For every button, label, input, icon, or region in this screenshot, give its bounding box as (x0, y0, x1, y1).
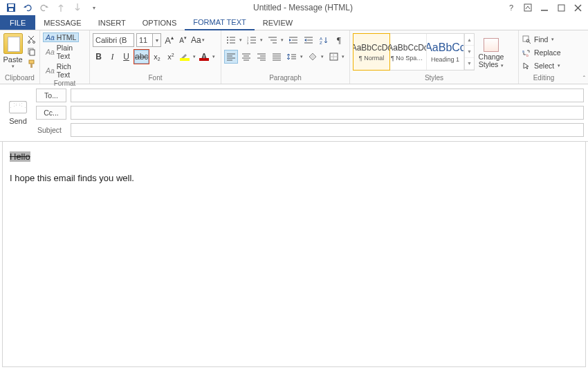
style-no-spacing[interactable]: AaBbCcDc ¶ No Spac... (389, 34, 427, 70)
next-item-icon[interactable] (72, 2, 83, 13)
font-color-dropdown-icon[interactable]: ▾ (212, 54, 215, 59)
font-size-combo[interactable]: 11 (137, 34, 152, 46)
increase-indent-button[interactable] (302, 33, 315, 47)
select-button[interactable]: Select ▾ (522, 59, 560, 71)
undo-icon[interactable] (22, 2, 33, 13)
style-normal[interactable]: AaBbCcDc ¶ Normal (353, 33, 390, 71)
align-center-button[interactable] (239, 50, 253, 64)
underline-button[interactable]: U (120, 50, 132, 64)
numbering-button[interactable]: 123 (245, 33, 259, 47)
italic-button[interactable]: I (107, 50, 118, 64)
align-left-button[interactable] (224, 50, 238, 64)
font-size-dropdown-icon[interactable]: ▾ (152, 34, 160, 46)
body-line-1[interactable]: Hello (10, 151, 30, 162)
format-painter-icon[interactable] (26, 59, 37, 69)
paste-button[interactable]: Paste ▾ (3, 32, 23, 69)
change-case-button[interactable]: Aa▾ (191, 33, 205, 47)
align-justify-button[interactable] (270, 50, 284, 64)
svg-rect-15 (30, 64, 33, 68)
ribbon-display-icon[interactable] (523, 3, 533, 12)
shrink-font-icon[interactable]: A▾ (177, 33, 189, 47)
select-dropdown-icon[interactable]: ▾ (558, 63, 560, 68)
copy-icon[interactable] (26, 46, 37, 57)
tab-options[interactable]: OPTIONS (134, 15, 185, 30)
style-heading-1[interactable]: AaBbCc Heading 1 (427, 34, 464, 70)
gallery-down-icon[interactable]: ▼ (465, 46, 474, 57)
line-spacing-button[interactable] (285, 50, 299, 64)
replace-label: Replace (534, 48, 561, 57)
find-label: Find (534, 35, 548, 44)
bold-button[interactable]: B (93, 50, 104, 64)
group-label-clipboard: Clipboard (3, 74, 37, 84)
align-right-button[interactable] (255, 50, 268, 64)
window-title: Untitled - Message (HTML) (100, 3, 506, 12)
style-name-label: Heading 1 (428, 56, 462, 63)
highlight-dropdown-icon[interactable]: ▾ (193, 54, 196, 59)
cc-field[interactable] (71, 106, 584, 120)
to-button[interactable]: To... (36, 89, 66, 102)
tab-format-text[interactable]: FORMAT TEXT (185, 15, 254, 30)
subscript-button[interactable]: x2 (151, 50, 163, 64)
show-marks-button[interactable]: ¶ (332, 33, 346, 47)
svg-rect-61 (523, 36, 529, 41)
group-clipboard: Paste ▾ Clipboard (0, 30, 40, 84)
group-label-editing: Editing (522, 74, 566, 84)
message-body[interactable]: Hello I hope this email finds you well. (2, 142, 586, 367)
cc-button[interactable]: Cc... (36, 106, 66, 120)
svg-text:3: 3 (247, 41, 249, 44)
ribbon: Paste ▾ Clipboard AaHTML AaPlain Text Aa… (0, 30, 588, 84)
font-name-combo[interactable]: Calibri (B (93, 33, 134, 47)
find-dropdown-icon[interactable]: ▾ (551, 37, 554, 42)
format-html-button[interactable]: AaHTML (43, 32, 79, 42)
redo-icon[interactable] (39, 2, 50, 13)
decrease-indent-button[interactable] (286, 33, 300, 47)
previous-item-icon[interactable] (55, 2, 66, 13)
multilevel-list-button[interactable] (266, 33, 279, 47)
minimize-icon[interactable] (540, 3, 549, 12)
tab-message[interactable]: MESSAGE (35, 15, 89, 30)
subject-label: Subject (36, 126, 66, 134)
svg-rect-13 (30, 50, 35, 55)
send-button[interactable]: Send (0, 84, 36, 141)
superscript-button[interactable]: x2 (165, 50, 176, 64)
style-name-label: ¶ Normal (355, 55, 388, 62)
tab-file[interactable]: FILE (0, 15, 35, 30)
borders-button[interactable] (327, 50, 340, 64)
paste-dropdown-icon[interactable]: ▾ (12, 64, 15, 69)
find-button[interactable]: Find ▾ (522, 33, 554, 45)
font-color-button[interactable]: A (198, 50, 210, 64)
change-styles-button[interactable]: Change Styles ▾ (477, 33, 505, 74)
maximize-icon[interactable] (556, 3, 566, 12)
grow-font-icon[interactable]: A▴ (163, 33, 175, 47)
svg-rect-2 (9, 8, 13, 11)
bullets-button[interactable] (224, 33, 238, 47)
format-richtext-button[interactable]: AaRich Text (43, 62, 86, 80)
to-field[interactable] (71, 89, 584, 102)
gallery-scroll: ▲ ▼ ▼ (464, 34, 474, 70)
qat-customize-icon[interactable]: ▾ (89, 2, 100, 13)
tab-review[interactable]: REVIEW (255, 15, 301, 30)
format-plaintext-button[interactable]: AaPlain Text (43, 43, 86, 61)
gallery-up-icon[interactable]: ▲ (465, 34, 474, 46)
sort-button[interactable]: AZ (317, 33, 331, 47)
format-html-label: HTML (57, 33, 77, 41)
strikethrough-button[interactable]: abc (134, 50, 149, 64)
body-line-2[interactable]: I hope this email finds you well. (10, 173, 578, 183)
save-icon[interactable] (6, 2, 17, 13)
replace-button[interactable]: ab Replace (522, 46, 561, 58)
replace-icon: ab (522, 48, 531, 57)
title-bar: ▾ Untitled - Message (HTML) ? (0, 0, 588, 15)
highlight-color-button[interactable] (178, 50, 190, 64)
shading-button[interactable] (306, 50, 320, 64)
tab-insert[interactable]: INSERT (90, 15, 134, 30)
paste-label: Paste (3, 55, 22, 64)
group-label-styles: Styles (353, 74, 515, 84)
subject-field[interactable] (71, 123, 584, 137)
gallery-more-icon[interactable]: ▼ (465, 58, 474, 70)
help-icon[interactable]: ? (506, 3, 516, 12)
group-font: Calibri (B 11 ▾ A▴ A▾ Aa▾ B I U abc x2 x… (90, 30, 221, 84)
close-icon[interactable] (573, 3, 582, 12)
collapse-ribbon-icon[interactable]: ˆ (583, 75, 585, 83)
cut-icon[interactable] (26, 34, 37, 44)
change-styles-label: Change Styles (479, 53, 504, 68)
